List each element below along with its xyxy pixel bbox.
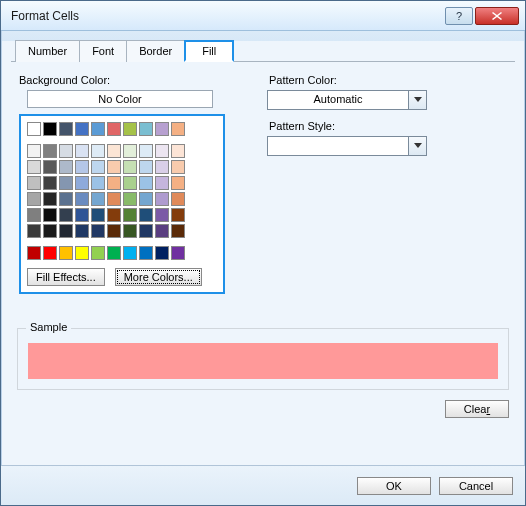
color-swatch[interactable] bbox=[27, 122, 41, 136]
color-swatch[interactable] bbox=[27, 208, 41, 222]
color-swatch[interactable] bbox=[123, 192, 137, 206]
color-swatch[interactable] bbox=[59, 224, 73, 238]
color-swatch[interactable] bbox=[27, 176, 41, 190]
tab-font[interactable]: Font bbox=[79, 40, 127, 62]
color-swatch[interactable] bbox=[123, 246, 137, 260]
color-swatch[interactable] bbox=[107, 224, 121, 238]
color-swatch[interactable] bbox=[59, 144, 73, 158]
more-colors-button[interactable]: More Colors... bbox=[115, 268, 202, 286]
color-swatch[interactable] bbox=[91, 208, 105, 222]
color-swatch[interactable] bbox=[139, 176, 153, 190]
color-swatch[interactable] bbox=[155, 122, 169, 136]
color-swatch[interactable] bbox=[43, 246, 57, 260]
color-swatch[interactable] bbox=[155, 192, 169, 206]
color-swatch[interactable] bbox=[27, 246, 41, 260]
color-swatch[interactable] bbox=[139, 122, 153, 136]
color-swatch[interactable] bbox=[43, 160, 57, 174]
color-swatch[interactable] bbox=[75, 160, 89, 174]
dialog-footer: OK Cancel bbox=[1, 465, 525, 505]
color-swatch[interactable] bbox=[91, 122, 105, 136]
color-swatch[interactable] bbox=[91, 192, 105, 206]
color-swatch[interactable] bbox=[171, 192, 185, 206]
pattern-color-dropdown[interactable]: Automatic bbox=[267, 90, 427, 110]
tab-number[interactable]: Number bbox=[15, 40, 80, 62]
color-swatch[interactable] bbox=[155, 160, 169, 174]
color-swatch[interactable] bbox=[43, 176, 57, 190]
color-swatch[interactable] bbox=[43, 144, 57, 158]
fill-effects-button[interactable]: Fill Effects... bbox=[27, 268, 105, 286]
color-swatch[interactable] bbox=[107, 246, 121, 260]
right-column: Pattern Color: Automatic Pattern Style: bbox=[267, 72, 509, 294]
color-swatch[interactable] bbox=[91, 246, 105, 260]
color-swatch[interactable] bbox=[139, 208, 153, 222]
color-swatch[interactable] bbox=[139, 246, 153, 260]
left-column: Background Color: No Color Fill Effects.… bbox=[17, 72, 247, 294]
color-swatch[interactable] bbox=[123, 160, 137, 174]
color-swatch[interactable] bbox=[75, 144, 89, 158]
color-swatch[interactable] bbox=[107, 176, 121, 190]
color-swatch[interactable] bbox=[123, 176, 137, 190]
color-swatch[interactable] bbox=[155, 224, 169, 238]
color-swatch[interactable] bbox=[75, 224, 89, 238]
color-swatch[interactable] bbox=[43, 208, 57, 222]
color-swatch[interactable] bbox=[107, 160, 121, 174]
color-swatch[interactable] bbox=[27, 192, 41, 206]
color-swatch[interactable] bbox=[59, 192, 73, 206]
color-swatch[interactable] bbox=[107, 144, 121, 158]
color-swatch[interactable] bbox=[139, 160, 153, 174]
color-swatch[interactable] bbox=[43, 224, 57, 238]
color-swatch[interactable] bbox=[171, 176, 185, 190]
color-swatch[interactable] bbox=[75, 176, 89, 190]
color-swatch[interactable] bbox=[27, 144, 41, 158]
color-swatch[interactable] bbox=[27, 224, 41, 238]
color-swatch[interactable] bbox=[171, 208, 185, 222]
color-swatch[interactable] bbox=[91, 144, 105, 158]
color-swatch[interactable] bbox=[155, 246, 169, 260]
color-swatch[interactable] bbox=[59, 246, 73, 260]
pattern-color-value: Automatic bbox=[268, 91, 408, 109]
color-swatch[interactable] bbox=[107, 208, 121, 222]
color-swatch[interactable] bbox=[139, 224, 153, 238]
pattern-style-dropdown[interactable] bbox=[267, 136, 427, 156]
ok-button[interactable]: OK bbox=[357, 477, 431, 495]
clear-button[interactable]: Clear bbox=[445, 400, 509, 418]
color-swatch[interactable] bbox=[123, 224, 137, 238]
color-swatch[interactable] bbox=[171, 160, 185, 174]
color-swatch[interactable] bbox=[107, 192, 121, 206]
tab-fill[interactable]: Fill bbox=[184, 40, 234, 62]
color-swatch[interactable] bbox=[75, 246, 89, 260]
no-color-button[interactable]: No Color bbox=[27, 90, 213, 108]
help-button[interactable]: ? bbox=[445, 7, 473, 25]
color-swatch[interactable] bbox=[171, 246, 185, 260]
color-swatch[interactable] bbox=[139, 144, 153, 158]
color-swatch[interactable] bbox=[155, 176, 169, 190]
color-swatch[interactable] bbox=[123, 208, 137, 222]
color-swatch[interactable] bbox=[59, 208, 73, 222]
color-swatch[interactable] bbox=[59, 160, 73, 174]
color-swatch[interactable] bbox=[171, 144, 185, 158]
color-swatch[interactable] bbox=[155, 144, 169, 158]
color-swatch[interactable] bbox=[59, 122, 73, 136]
titlebar: Format Cells ? bbox=[1, 1, 525, 31]
color-swatch[interactable] bbox=[139, 192, 153, 206]
color-swatch[interactable] bbox=[91, 224, 105, 238]
color-swatch[interactable] bbox=[155, 208, 169, 222]
cancel-button[interactable]: Cancel bbox=[439, 477, 513, 495]
color-swatch[interactable] bbox=[27, 160, 41, 174]
color-swatch[interactable] bbox=[123, 144, 137, 158]
color-swatch[interactable] bbox=[91, 160, 105, 174]
tab-border[interactable]: Border bbox=[126, 40, 185, 62]
color-swatch[interactable] bbox=[75, 192, 89, 206]
color-swatch[interactable] bbox=[43, 192, 57, 206]
color-swatch[interactable] bbox=[43, 122, 57, 136]
color-swatch[interactable] bbox=[75, 208, 89, 222]
dialog-content: Number Font Border Fill Background Color… bbox=[1, 31, 525, 428]
color-swatch[interactable] bbox=[59, 176, 73, 190]
color-swatch[interactable] bbox=[107, 122, 121, 136]
color-swatch[interactable] bbox=[171, 224, 185, 238]
color-swatch[interactable] bbox=[123, 122, 137, 136]
color-swatch[interactable] bbox=[171, 122, 185, 136]
color-swatch[interactable] bbox=[91, 176, 105, 190]
color-swatch[interactable] bbox=[75, 122, 89, 136]
close-button[interactable] bbox=[475, 7, 519, 25]
